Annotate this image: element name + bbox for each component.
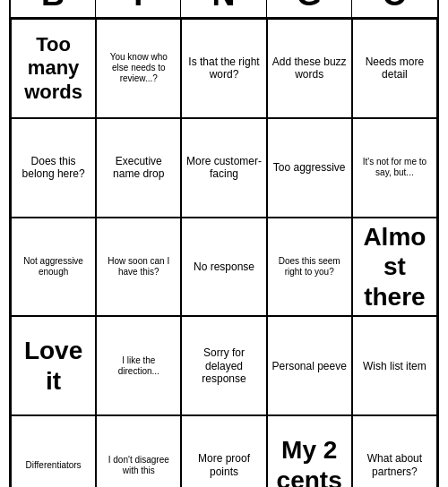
header-letter-o: O [352, 0, 437, 17]
bingo-cell-3: Add these buzz words [267, 19, 352, 118]
bingo-cell-13: Does this seem right to you? [267, 218, 352, 317]
bingo-cell-19: Wish list item [352, 316, 437, 415]
bingo-cell-22: More proof points [181, 415, 266, 487]
bingo-cell-10: Not aggressive enough [11, 218, 96, 317]
bingo-cell-1: You know who else needs to review...? [96, 19, 181, 118]
bingo-cell-8: Too aggressive [267, 118, 352, 218]
bingo-cell-24: What about partners? [352, 415, 437, 487]
bingo-cell-17: Sorry for delayed response [181, 316, 266, 415]
bingo-cell-11: How soon can I have this? [96, 218, 181, 317]
bingo-cell-16: I like the direction... [96, 316, 181, 415]
header-letter-g: G [267, 0, 352, 17]
bingo-grid: Too many wordsYou know who else needs to… [11, 19, 437, 487]
bingo-cell-12: No response [181, 218, 266, 317]
bingo-cell-14: Almost there [352, 218, 437, 317]
header-letter-n: N [181, 0, 266, 17]
bingo-cell-20: Differentiators [11, 415, 96, 487]
bingo-card: BINGO Too many wordsYou know who else ne… [9, 0, 439, 487]
bingo-cell-6: Executive name drop [96, 118, 181, 218]
bingo-cell-5: Does this belong here? [11, 118, 96, 218]
bingo-cell-15: Love it [11, 316, 96, 415]
bingo-cell-21: I don't disagree with this [96, 415, 181, 487]
bingo-cell-2: Is that the right word? [181, 19, 266, 118]
bingo-cell-9: It's not for me to say, but... [352, 118, 437, 218]
bingo-cell-0: Too many words [11, 19, 96, 118]
bingo-cell-7: More customer-facing [181, 118, 266, 218]
bingo-header: BINGO [11, 0, 437, 19]
header-letter-b: B [11, 0, 96, 17]
bingo-cell-23: My 2 cents [267, 415, 352, 487]
bingo-cell-4: Needs more detail [352, 19, 437, 118]
bingo-cell-18: Personal peeve [267, 316, 352, 415]
header-letter-i: I [96, 0, 181, 17]
